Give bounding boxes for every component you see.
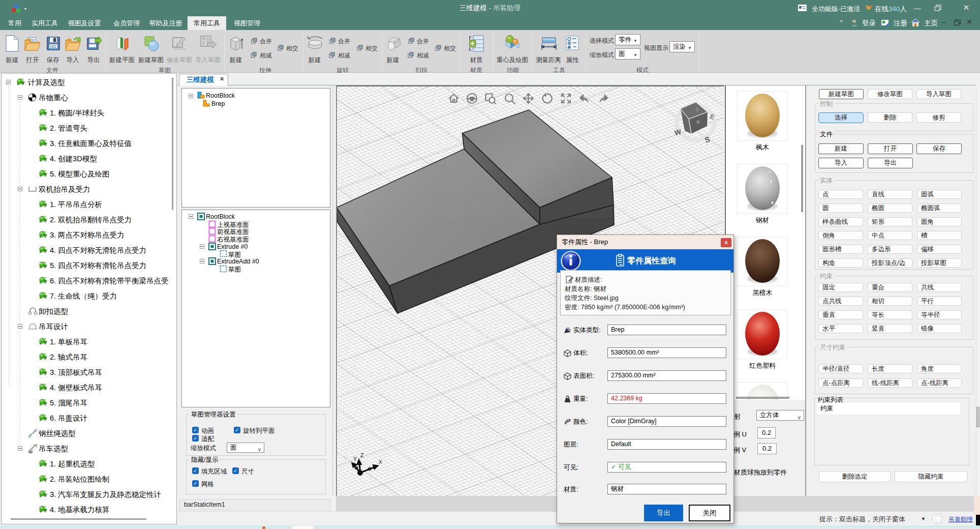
svg-text:x: x — [851, 19, 853, 22]
svg-text:Y: Y — [353, 456, 357, 462]
svg-text:X: X — [379, 459, 382, 465]
svg-text:Z: Z — [360, 452, 364, 458]
